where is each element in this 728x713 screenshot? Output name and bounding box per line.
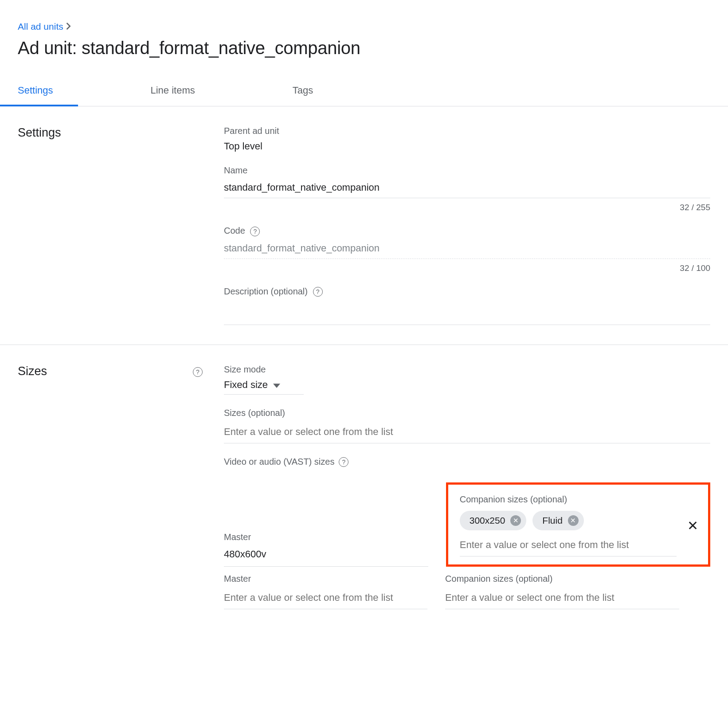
field-parent-ad-unit: Parent ad unit Top level bbox=[224, 126, 710, 152]
field-size-mode: Size mode Fixed size bbox=[224, 364, 710, 395]
field-sizes-optional: Sizes (optional) bbox=[224, 408, 710, 443]
vast-row-1: Master 480x600v Companion sizes (optiona… bbox=[224, 489, 710, 567]
section-settings: Settings Parent ad unit Top level Name 3… bbox=[0, 106, 728, 345]
dropdown-icon bbox=[273, 380, 280, 390]
field-code: Code ? 32 / 100 bbox=[224, 226, 710, 273]
help-icon[interactable]: ? bbox=[250, 227, 260, 236]
vast-row-2: Master Companion sizes (optional) bbox=[224, 574, 710, 609]
companion-highlight-box: Companion sizes (optional) 300x250 ✕ Flu… bbox=[446, 482, 710, 567]
code-label-row: Code ? bbox=[224, 226, 710, 236]
master-label: Master bbox=[224, 574, 427, 584]
companion-sizes-input[interactable] bbox=[460, 536, 677, 556]
code-input bbox=[224, 241, 710, 259]
companion-sizes-label: Companion sizes (optional) bbox=[460, 494, 677, 505]
field-name: Name 32 / 255 bbox=[224, 165, 710, 212]
section-sizes-heading: Sizes bbox=[18, 364, 47, 378]
companion-sizes-input[interactable] bbox=[445, 588, 679, 609]
tab-settings[interactable]: Settings bbox=[18, 85, 53, 106]
help-icon[interactable]: ? bbox=[313, 287, 323, 297]
breadcrumb: All ad units bbox=[18, 21, 710, 32]
description-label-row: Description (optional) ? bbox=[224, 286, 710, 297]
master-input[interactable] bbox=[224, 588, 427, 609]
companion-sizes-label: Companion sizes (optional) bbox=[445, 574, 679, 584]
chip-fluid: Fluid ✕ bbox=[532, 511, 584, 530]
tabs: Settings Line items Tags bbox=[0, 85, 728, 106]
chip-300x250: 300x250 ✕ bbox=[460, 511, 527, 530]
master-value[interactable]: 480x600v bbox=[224, 547, 428, 567]
help-icon[interactable]: ? bbox=[193, 367, 203, 377]
chip-label: Fluid bbox=[542, 515, 563, 526]
name-label: Name bbox=[224, 165, 710, 176]
close-icon[interactable]: ✕ bbox=[687, 518, 698, 533]
section-settings-heading: Settings bbox=[18, 126, 61, 140]
sizes-optional-input[interactable] bbox=[224, 423, 710, 443]
size-mode-select[interactable]: Fixed size bbox=[224, 379, 304, 395]
size-mode-label: Size mode bbox=[224, 364, 710, 375]
master-label: Master bbox=[224, 532, 428, 542]
section-sizes: Sizes ? Size mode Fixed size Sizes (opti… bbox=[0, 345, 728, 629]
tab-line-items[interactable]: Line items bbox=[151, 85, 195, 106]
description-label: Description (optional) bbox=[224, 286, 308, 296]
page-title: Ad unit: standard_format_native_companio… bbox=[18, 38, 710, 58]
breadcrumb-root-link[interactable]: All ad units bbox=[18, 21, 63, 32]
chip-label: 300x250 bbox=[470, 515, 505, 526]
vast-sizes-label: Video or audio (VAST) sizes bbox=[224, 457, 334, 467]
chip-close-icon[interactable]: ✕ bbox=[568, 515, 579, 526]
parent-ad-unit-label: Parent ad unit bbox=[224, 126, 710, 136]
name-input[interactable] bbox=[224, 180, 710, 198]
chevron-right-icon bbox=[66, 22, 71, 32]
size-mode-value: Fixed size bbox=[224, 379, 268, 391]
tab-tags[interactable]: Tags bbox=[293, 85, 313, 106]
field-description: Description (optional) ? bbox=[224, 286, 710, 325]
help-icon[interactable]: ? bbox=[339, 457, 348, 467]
companion-chips: 300x250 ✕ Fluid ✕ bbox=[460, 511, 677, 530]
vast-label-row: Video or audio (VAST) sizes ? bbox=[224, 457, 710, 467]
parent-ad-unit-value: Top level bbox=[224, 141, 710, 152]
description-input[interactable] bbox=[224, 301, 710, 325]
chip-close-icon[interactable]: ✕ bbox=[510, 515, 521, 526]
code-label: Code bbox=[224, 226, 245, 235]
code-char-count: 32 / 100 bbox=[224, 263, 710, 273]
sizes-optional-label: Sizes (optional) bbox=[224, 408, 710, 418]
name-char-count: 32 / 255 bbox=[224, 203, 710, 212]
